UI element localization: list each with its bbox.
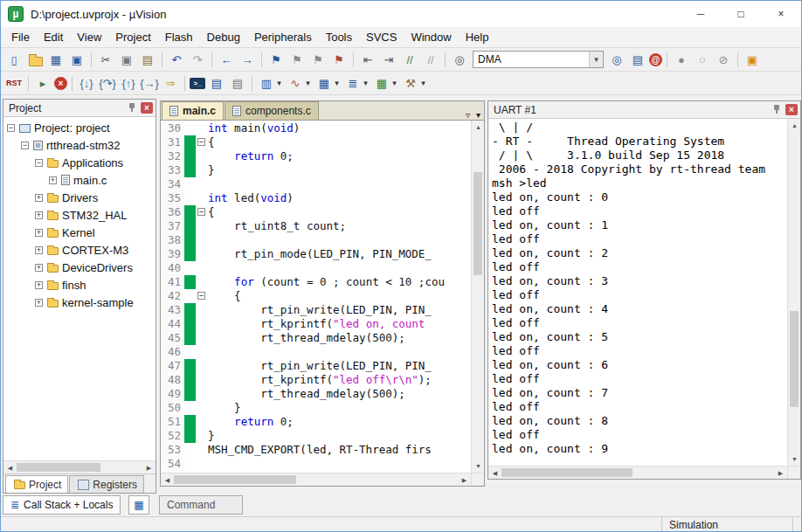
project-horizontal-scrollbar[interactable]: ◀ ▶: [3, 460, 156, 473]
tree-expander-icon[interactable]: +: [35, 281, 43, 289]
scroll-right-icon[interactable]: ▶: [458, 473, 471, 487]
comment-icon[interactable]: //: [400, 51, 419, 68]
line-number[interactable]: 33: [161, 163, 184, 177]
pin-icon[interactable]: [771, 104, 782, 115]
copy-icon[interactable]: ▣: [117, 51, 136, 68]
save-icon[interactable]: ▦: [46, 51, 66, 68]
tree-item-finsh[interactable]: +finsh: [3, 276, 156, 294]
find-next-icon[interactable]: ◎: [607, 51, 626, 68]
step-over-icon[interactable]: {↷}: [98, 74, 117, 92]
line-number[interactable]: 38: [161, 233, 184, 247]
line-number[interactable]: 54: [161, 457, 184, 471]
redo-icon[interactable]: ↷: [188, 51, 207, 68]
uart-horizontal-scrollbar[interactable]: ◀ ▶: [488, 466, 800, 479]
line-number[interactable]: 47: [161, 359, 184, 373]
disassembly-window-icon[interactable]: ▤: [207, 74, 226, 92]
indent-icon[interactable]: ⇥: [379, 51, 398, 68]
tree-expander-icon[interactable]: +: [35, 211, 43, 219]
menu-file[interactable]: File: [4, 28, 37, 46]
menu-view[interactable]: View: [70, 28, 108, 46]
panel-grid-icon[interactable]: ▦: [128, 495, 149, 515]
menu-peripherals[interactable]: Peripherals: [247, 28, 319, 46]
cut-icon[interactable]: ✂: [96, 51, 115, 68]
tree-item-rtthread-stm32[interactable]: −rtthread-stm32: [3, 136, 156, 154]
uart-vertical-scrollbar[interactable]: ▲ ▼: [787, 119, 800, 466]
configure-flash-icon[interactable]: ▣: [743, 51, 762, 68]
scroll-up-icon[interactable]: ▲: [472, 121, 484, 134]
line-number[interactable]: 49: [161, 387, 184, 401]
tree-item-devicedrivers[interactable]: +DeviceDrivers: [3, 259, 156, 276]
close-window-icon[interactable]: ×: [761, 1, 801, 27]
line-number[interactable]: 36: [161, 205, 184, 219]
tree-item-kernel[interactable]: +Kernel: [3, 224, 156, 241]
tree-expander-icon[interactable]: +: [35, 299, 43, 307]
serial-window-caret-icon[interactable]: ▾: [274, 74, 284, 92]
project-tree[interactable]: −Project: project−rtthread-stm32−Applica…: [3, 117, 156, 460]
new-file-icon[interactable]: ▯: [4, 51, 24, 68]
find-in-files-icon[interactable]: ◎: [450, 51, 469, 68]
run-icon[interactable]: ▸: [33, 74, 52, 92]
line-number[interactable]: 45: [161, 331, 184, 345]
find-combo-dropdown-icon[interactable]: ▾: [589, 52, 603, 67]
scroll-right-icon[interactable]: ▶: [142, 461, 156, 474]
tab-list-icon[interactable]: ▾: [476, 110, 481, 120]
scroll-left-icon[interactable]: ◀: [3, 461, 17, 474]
paste-icon[interactable]: ▤: [138, 51, 157, 68]
editor-horizontal-scrollbar[interactable]: ◀ ▶: [161, 473, 484, 486]
scroll-left-icon[interactable]: ◀: [488, 466, 501, 480]
system-viewer-icon[interactable]: ▦: [372, 74, 391, 92]
tree-expander-icon[interactable]: −: [35, 159, 43, 167]
find-combo[interactable]: DMA▾: [473, 51, 604, 68]
line-number[interactable]: 50: [161, 401, 184, 415]
line-number[interactable]: 44: [161, 317, 184, 331]
tree-item-main-c[interactable]: +main.c: [3, 171, 156, 189]
line-number[interactable]: 51: [161, 415, 184, 429]
close-icon[interactable]: ×: [785, 104, 798, 115]
scroll-right-icon[interactable]: ▶: [774, 466, 787, 480]
scroll-thumb[interactable]: [474, 172, 482, 275]
tree-item-kernel-sample[interactable]: +kernel-sample: [3, 294, 156, 311]
bookmark-clear-icon[interactable]: ⚑: [329, 51, 349, 68]
tree-expander-icon[interactable]: −: [21, 142, 29, 149]
uart-output[interactable]: \ | /- RT - Thread Operating System / | …: [488, 119, 787, 466]
fold-toggle-icon[interactable]: −: [196, 289, 208, 303]
breakpoint-insert-icon[interactable]: ●: [672, 51, 691, 68]
menu-project[interactable]: Project: [108, 28, 157, 46]
scroll-thumb[interactable]: [501, 468, 633, 477]
line-number[interactable]: 53: [161, 443, 184, 457]
line-number[interactable]: 32: [161, 149, 184, 163]
call-stack-locals-tab[interactable]: ≣ Call Stack + Locals: [3, 495, 121, 515]
serial-window-icon[interactable]: ▥: [257, 74, 276, 92]
undo-icon[interactable]: ↶: [167, 51, 186, 68]
save-all-icon[interactable]: ▣: [67, 51, 86, 68]
menu-svcs[interactable]: SVCS: [359, 28, 404, 46]
menu-help[interactable]: Help: [459, 28, 496, 46]
fold-toggle-icon[interactable]: −: [196, 135, 208, 149]
system-viewer-caret-icon[interactable]: ▾: [390, 74, 399, 92]
show-next-statement-icon[interactable]: ⇒: [161, 74, 180, 92]
line-number[interactable]: 39: [161, 247, 184, 261]
menu-edit[interactable]: Edit: [37, 28, 70, 46]
help-search-icon[interactable]: @: [649, 53, 662, 66]
tree-expander-icon[interactable]: +: [35, 264, 43, 272]
line-number[interactable]: 41: [161, 275, 184, 289]
memory-window-caret-icon[interactable]: ▾: [332, 74, 342, 92]
close-icon[interactable]: ×: [141, 102, 153, 114]
scroll-down-icon[interactable]: ▼: [472, 459, 484, 473]
watch-window-caret-icon[interactable]: ▾: [361, 74, 370, 92]
line-number[interactable]: 35: [161, 191, 184, 205]
step-out-icon[interactable]: {↑}: [119, 74, 138, 92]
toolbox-icon[interactable]: ⚒: [401, 74, 420, 92]
fold-toggle-icon[interactable]: −: [196, 205, 208, 219]
tree-expander-icon[interactable]: −: [7, 124, 15, 132]
line-number[interactable]: 40: [161, 261, 184, 275]
menu-tools[interactable]: Tools: [319, 28, 359, 46]
stop-icon[interactable]: ×: [54, 77, 67, 90]
menu-debug[interactable]: Debug: [200, 28, 247, 46]
watch-window-icon[interactable]: ≣: [343, 74, 363, 92]
tree-expander-icon[interactable]: +: [35, 229, 43, 237]
line-number[interactable]: 52: [161, 429, 184, 443]
scroll-up-icon[interactable]: ▲: [788, 119, 800, 132]
command-tab[interactable]: Command: [159, 495, 243, 515]
scroll-track[interactable]: [788, 132, 800, 453]
